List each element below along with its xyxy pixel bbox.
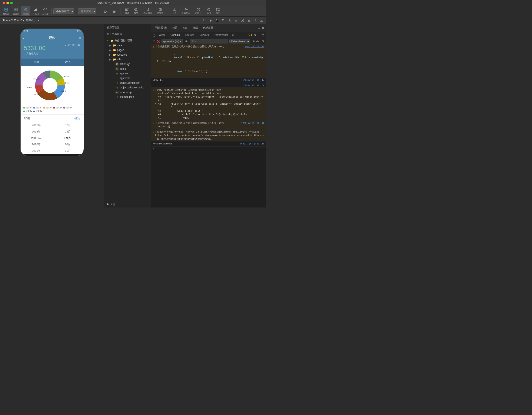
collapse-panel-icon[interactable]: ∧ <box>258 26 260 30</box>
tree-actions-js[interactable]: ▶ JS actions.js <box>104 62 151 67</box>
year-2018[interactable]: 2018年 <box>21 128 52 135</box>
more-tabs-icon[interactable]: >> <box>231 34 236 37</box>
month-11[interactable]: 11月 <box>52 148 84 154</box>
tree-app-wxss[interactable]: ▶ ~ app.wxss <box>104 76 151 80</box>
tree-data-folder[interactable]: ▶ 📂 data <box>104 43 151 48</box>
tree-root-folder[interactable]: ▼ 📁 微信记账小程序 <box>104 38 151 43</box>
tab-issues[interactable]: 问题 <box>170 24 180 32</box>
hot-reload-toggle[interactable]: 热重载 开 ▾ <box>26 19 39 22</box>
console-source-1[interactable]: app.js? [sm]:20 <box>245 45 264 48</box>
editor-icon <box>13 7 19 12</box>
settings-icon[interactable]: ⚙ <box>253 33 256 37</box>
filter-input[interactable] <box>190 39 228 43</box>
record-button[interactable] <box>110 9 118 14</box>
subtab-performance[interactable]: Performance <box>211 32 231 38</box>
picker-confirm-button[interactable]: 确定 <box>74 116 80 120</box>
grid-icon[interactable]: ⊞ <box>247 19 251 22</box>
outline-item[interactable]: ▶ 大纲 <box>104 201 151 208</box>
tree-app-js[interactable]: ▶ JS app.js <box>104 67 151 71</box>
level-select[interactable]: Default levels Verbose Info Warnings Err… <box>229 39 250 43</box>
minimize-button[interactable] <box>6 2 9 4</box>
picker-cancel-button[interactable]: 取消 <box>24 116 30 120</box>
cloud-button[interactable]: 云开发 <box>41 6 50 16</box>
filetree-more-button[interactable]: ··· <box>146 26 148 30</box>
record-small-icon[interactable]: ⏺ <box>209 19 212 22</box>
debugger-button[interactable]: 调试器 <box>21 6 30 16</box>
settings-filter-icon[interactable]: ⚙ <box>262 40 264 43</box>
console-source-2[interactable]: index.js? [sm]:12 <box>243 79 264 82</box>
download-icon[interactable]: ⬇ <box>253 19 257 22</box>
close-button[interactable] <box>2 2 5 4</box>
tree-pages-folder[interactable]: ▶ 📂 pages <box>104 48 151 52</box>
subtab-network[interactable]: Network <box>197 32 211 38</box>
stop-icon[interactable]: ⊘ <box>153 40 155 43</box>
subtab-wxml[interactable]: Wxml <box>156 32 168 38</box>
eye-button[interactable]: 👁 <box>184 40 189 43</box>
tab-terminal[interactable]: 终端 <box>190 24 200 32</box>
console-source-7[interactable]: tongji.js? [sm]:110 <box>240 142 264 145</box>
back-button[interactable]: ‹ <box>23 36 24 40</box>
message-button[interactable]: 消息 <box>214 7 222 16</box>
refresh-button[interactable] <box>102 9 109 14</box>
year-2020[interactable]: 2020年 <box>21 141 52 148</box>
compile-action-button[interactable]: 编译 <box>123 7 131 16</box>
tree-sitemap-json[interactable]: ▶ {} sitemap.json <box>104 95 151 99</box>
layers-icon[interactable]: ⧉ <box>221 19 225 22</box>
more-button[interactable]: ··· ⊙ <box>76 36 81 40</box>
tree-app-json[interactable]: ▶ {} app.json <box>104 71 151 76</box>
clear-console-icon[interactable]: 🚫 <box>157 40 160 43</box>
console-output[interactable]: ⚠ 【自动热重载】已开启代码文件保存后自动热重载（不支持 json） app.j… <box>151 44 266 208</box>
copy-icon[interactable]: ⎘ <box>228 19 231 22</box>
visualize-button[interactable]: 可视化 <box>31 6 40 16</box>
version-button[interactable]: 版本管理 <box>180 7 192 16</box>
month-10[interactable]: 10月 <box>52 141 84 148</box>
year-2021[interactable]: 2021年 <box>21 148 52 154</box>
phone-small-icon[interactable]: 📱 <box>215 19 219 22</box>
maximize-button[interactable] <box>10 2 13 4</box>
mode-select[interactable]: 小程序模式 <box>53 8 74 14</box>
cloud-small-icon[interactable]: ☁ <box>260 19 264 22</box>
month-07[interactable]: 07月 <box>52 122 84 128</box>
simulator-button[interactable]: 模拟器 <box>2 6 11 16</box>
subtab-sources[interactable]: Sources <box>182 32 197 38</box>
upload-button[interactable]: 上传 <box>171 7 178 16</box>
real-debug-button[interactable]: 真机调试 <box>142 7 154 16</box>
compile-action-label: 编译 <box>125 12 129 15</box>
context-select[interactable]: appservice (#4) ▾ <box>162 39 183 43</box>
console-source-3[interactable]: index.js? [sm]:27 <box>243 83 264 87</box>
tree-reducers-js[interactable]: ▶ JS reducers.js <box>104 90 151 95</box>
expense-tab[interactable]: 支出 <box>21 59 52 66</box>
test-button[interactable]: 测试号 <box>193 7 203 16</box>
month-08[interactable]: 08月 <box>52 128 84 135</box>
tree-project-private[interactable]: ▶ {} project.private.config... <box>104 85 151 90</box>
close-panel-icon[interactable]: ✕ <box>262 26 264 30</box>
devtools-dock-icon[interactable]: ⊡ <box>262 33 264 37</box>
devtools-menu-icon[interactable]: ⋮ <box>257 33 260 37</box>
tree-resource-folder[interactable]: ▶ 📂 resource <box>104 52 151 57</box>
device-select[interactable]: iPhone X 85% 16 ▾ <box>2 19 24 22</box>
year-2017[interactable]: 2017年 <box>21 122 52 128</box>
phone-frame: 15:50 100% ‹ 记账 ··· ⊙ 5331.00 二月份总支出 ▲ 2… <box>20 29 84 156</box>
year-2019[interactable]: 2019年 <box>21 135 52 141</box>
cursor-icon[interactable]: ⬚ <box>153 33 156 37</box>
search-small-icon[interactable]: ⌕ <box>234 19 238 22</box>
subtab-console[interactable]: Console <box>168 32 182 38</box>
app-wxss-icon: ~ <box>115 77 119 80</box>
compile-select[interactable]: 普通编译 <box>78 8 96 14</box>
tab-debugger[interactable]: 调试器 4 <box>153 24 170 32</box>
clear-cache-button[interactable]: 清缓存 <box>155 7 165 16</box>
file-tree: ▼ 📁 微信记账小程序 ▶ 📂 data ▶ 📂 pages ▶ 📂 resou… <box>104 37 151 100</box>
income-tab[interactable]: 收入 <box>52 59 84 66</box>
open-editor-item[interactable]: 打开的编辑器 <box>104 31 151 37</box>
console-source-5[interactable]: tongji.js? [sm]:38 <box>241 121 264 124</box>
tree-project-config[interactable]: ▶ {} project.config.json <box>104 80 151 85</box>
editor-button[interactable]: 编辑器 <box>11 6 20 16</box>
tree-utils-folder[interactable]: ▶ 📂 utils <box>104 57 151 62</box>
detail-button[interactable]: 详情 <box>205 7 213 16</box>
tab-code-quality[interactable]: 代码质量 <box>200 24 216 32</box>
month-09[interactable]: 09月 <box>52 135 84 141</box>
preview-button[interactable]: 预览 <box>132 7 140 16</box>
tab-output[interactable]: 输出 <box>180 24 190 32</box>
refresh-small-icon[interactable]: ↻ <box>202 19 206 22</box>
branch-icon[interactable]: ⎇ <box>240 19 244 22</box>
